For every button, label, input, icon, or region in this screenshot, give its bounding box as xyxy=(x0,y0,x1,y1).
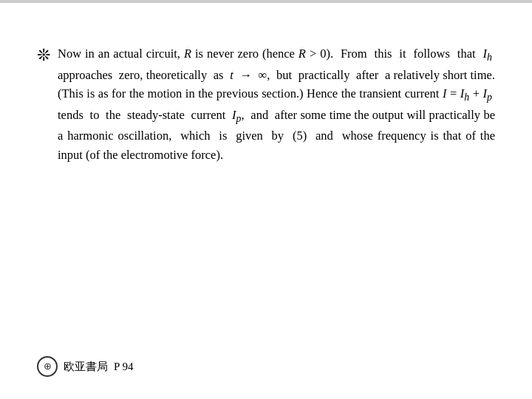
main-text-block: ❊ Now in an actual circuit, R is never z… xyxy=(37,44,495,341)
page-container: ❊ Now in an actual circuit, R is never z… xyxy=(0,0,532,399)
icon-symbol: ⊕ xyxy=(44,361,52,372)
page-number: P 94 xyxy=(114,361,134,373)
footer: ⊕ 欧亚書局 P 94 xyxy=(37,341,495,377)
publisher-name: 欧亚書局 xyxy=(64,360,108,374)
paragraph-text: Now in an actual circuit, R is never zer… xyxy=(58,44,495,165)
content-area: ❊ Now in an actual circuit, R is never z… xyxy=(37,30,495,377)
top-border xyxy=(0,0,532,3)
publisher-icon: ⊕ xyxy=(37,356,58,377)
bullet-symbol: ❊ xyxy=(37,46,50,65)
